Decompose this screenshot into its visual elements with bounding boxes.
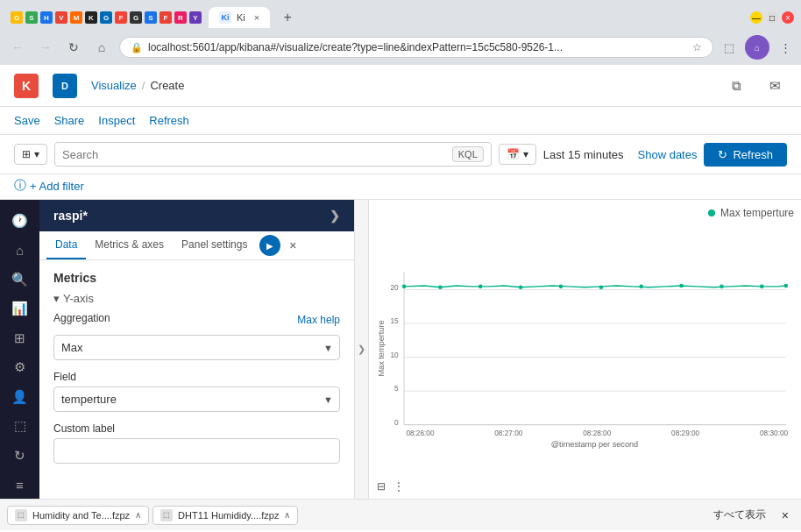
y-axis-label-text: Max temperture (377, 320, 386, 376)
tab-favicon-5: M (70, 11, 82, 24)
y-axis-label: Y-axis (63, 292, 94, 305)
aggregation-select-wrap: Max Min Average Sum ▼ (53, 335, 340, 360)
panel-close-button[interactable]: × (284, 237, 301, 254)
tab-panel-settings[interactable]: Panel settings (173, 231, 256, 259)
search-input-wrap[interactable]: KQL (54, 142, 492, 167)
tab-favicon-12: R (174, 11, 187, 24)
refresh-label: Refresh (733, 148, 773, 161)
taskbar-tab-2-icon: ⬚ (160, 509, 173, 521)
minimize-button[interactable]: — (750, 11, 762, 24)
sidebar-stack-icon[interactable]: ⚙ (4, 354, 36, 382)
add-filter-bar: ⓘ + Add filter (0, 174, 801, 200)
inspect-link[interactable]: Inspect (98, 114, 135, 127)
tab-favicon-2: S (25, 11, 38, 24)
x-tick-2: 08:27:00 (494, 429, 523, 437)
filter-chevron: ▾ (34, 148, 39, 160)
new-tab-button[interactable]: + (275, 5, 300, 30)
chart-legend: Max temperture (369, 203, 801, 223)
url-text: localhost:5601/app/kibana#/visualize/cre… (148, 41, 687, 53)
time-range-text: Last 15 minutes (543, 148, 624, 161)
tab-favicon-1: G (11, 11, 23, 24)
inspect-icon[interactable]: ⋮ (390, 478, 408, 495)
sidebar-search-icon[interactable]: 🔍 (4, 266, 36, 294)
data-point-6 (599, 285, 604, 289)
y-axis-header[interactable]: ▾ Y-axis (53, 292, 340, 305)
chart-svg-container: Max temperture 0 5 10 15 20 (369, 223, 801, 474)
tab-metrics-axes[interactable]: Metrics & axes (86, 231, 173, 259)
tab-favicon-4: V (55, 11, 67, 24)
active-tab[interactable]: Ki Ki × (209, 7, 270, 28)
sidebar-menu-icon[interactable]: ≡ (4, 472, 36, 500)
app-icon: D (53, 74, 77, 98)
time-picker[interactable]: 📅 ▾ (499, 144, 536, 165)
search-input[interactable] (62, 148, 452, 161)
save-link[interactable]: Save (14, 114, 40, 127)
y-tick-10: 10 (390, 351, 399, 359)
sidebar-user-icon[interactable]: 👤 (4, 383, 36, 411)
panel-collapse-icon[interactable]: ❯ (330, 209, 340, 223)
taskbar-tab-1[interactable]: ⬚ Humidity and Te....fzpz ∧ (7, 506, 149, 525)
menu-icon[interactable]: ⋮ (776, 39, 794, 56)
kql-badge[interactable]: KQL (452, 146, 484, 162)
aggregation-select[interactable]: Max Min Average Sum (53, 335, 340, 360)
custom-label-label: Custom label (53, 422, 340, 435)
data-point-9 (719, 285, 724, 289)
chart-region: ❯ Max temperture Max temperture 0 5 (355, 200, 801, 499)
taskbar-tab-2[interactable]: ⬚ DHT11 Humididy....fzpz ∧ (152, 506, 298, 525)
taskbar-close-btn[interactable]: × (776, 507, 794, 524)
tab-favicon-9: G (130, 11, 142, 24)
field-select[interactable]: temperture (53, 387, 340, 412)
forward-button[interactable]: → (35, 37, 56, 58)
field-label: Field (53, 371, 340, 383)
close-button[interactable]: × (782, 11, 794, 24)
chart-bottom-icons: ⊟ ⋮ (369, 474, 801, 499)
calendar-icon: 📅 (507, 148, 520, 160)
sidebar-clock-icon[interactable]: 🕐 (4, 207, 36, 235)
show-dates-btn[interactable]: Show dates (638, 148, 698, 161)
sidebar-chart-icon[interactable]: 📊 (4, 295, 36, 323)
left-panel: raspi* ❯ Data Metrics & axes Panel setti… (39, 200, 355, 499)
sidebar-box-icon[interactable]: ⬚ (4, 413, 36, 441)
breadcrumb-parent[interactable]: Visualize (91, 79, 137, 92)
aggregation-row: Aggregation Max help (53, 312, 340, 328)
refresh-action-link[interactable]: Refresh (149, 114, 189, 127)
run-button[interactable]: ▶ (259, 235, 280, 256)
reload-button[interactable]: ↻ (63, 37, 84, 58)
display-icon[interactable]: ⧉ (724, 74, 748, 98)
sidebar-sync-icon[interactable]: ↻ (4, 442, 36, 470)
add-filter-btn[interactable]: + Add filter (30, 180, 84, 193)
taskbar-tab-1-expand-icon[interactable]: ∧ (135, 510, 141, 520)
breadcrumb-separator: / (142, 79, 145, 92)
app-icon-text: D (61, 81, 68, 91)
panel-tabs: Data Metrics & axes Panel settings ▶ × (39, 231, 354, 260)
sidebar-home-icon[interactable]: ⌂ (4, 237, 36, 265)
custom-label-input[interactable] (53, 438, 340, 464)
tab-close-icon[interactable]: × (254, 12, 259, 23)
user-avatar[interactable]: ⌂ (745, 35, 769, 60)
filter-type-btn[interactable]: ⊞ ▾ (14, 144, 47, 165)
data-point-8 (679, 284, 684, 288)
data-point-5 (559, 285, 564, 289)
mail-icon[interactable]: ✉ (762, 74, 787, 98)
show-all-btn[interactable]: すべて表示 (706, 506, 773, 524)
back-button[interactable]: ← (7, 37, 28, 58)
panel-collapse-btn[interactable]: ❯ (355, 200, 369, 499)
info-icon[interactable]: ⓘ (14, 178, 26, 194)
max-help-link[interactable]: Max help (297, 314, 340, 326)
home-button[interactable]: ⌂ (91, 37, 112, 58)
table-view-icon[interactable]: ⊟ (372, 478, 390, 495)
chart-line (404, 286, 786, 287)
maximize-button[interactable]: □ (766, 11, 778, 24)
refresh-button[interactable]: ↻ Refresh (704, 143, 787, 167)
address-bar[interactable]: 🔒 localhost:5601/app/kibana#/visualize/c… (119, 37, 713, 58)
x-tick-1: 08:26:00 (406, 429, 435, 437)
share-link[interactable]: Share (54, 114, 85, 127)
avatar-text: ⌂ (755, 43, 760, 53)
panel-title: raspi* (53, 209, 88, 223)
breadcrumb: Visualize / Create (91, 79, 184, 92)
x-tick-3: 08:28:00 (583, 429, 612, 437)
extensions-icon[interactable]: ⬚ (720, 39, 738, 56)
tab-data[interactable]: Data (46, 231, 86, 259)
sidebar-grid-icon[interactable]: ⊞ (4, 324, 36, 352)
taskbar-tab-2-expand-icon[interactable]: ∧ (284, 510, 290, 520)
